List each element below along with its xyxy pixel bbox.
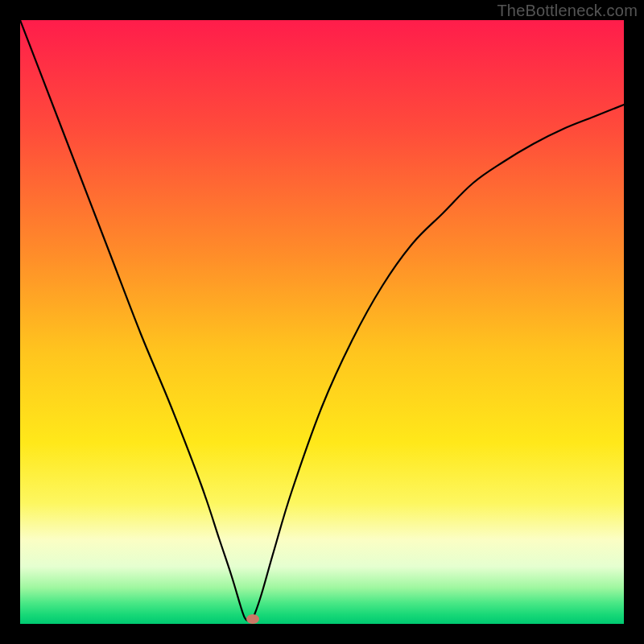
curve-layer xyxy=(20,20,624,624)
chart-frame: TheBottleneck.com xyxy=(0,0,644,644)
bottleneck-marker xyxy=(246,614,259,624)
watermark-text: TheBottleneck.com xyxy=(497,2,638,20)
bottleneck-curve xyxy=(20,20,624,621)
plot-area xyxy=(20,20,624,624)
